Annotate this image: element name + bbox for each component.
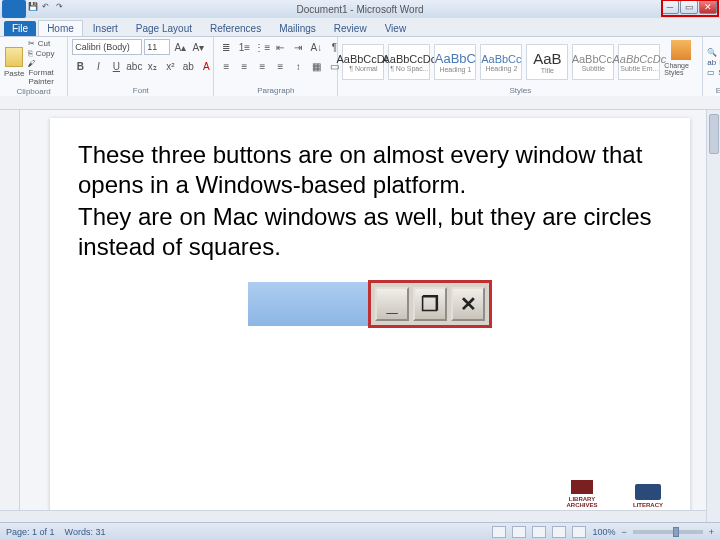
group-paragraph: ≣ 1≡ ⋮≡ ⇤ ⇥ A↓ ¶ ≡ ≡ ≡ ≡ ↕ ▦ ▭	[214, 37, 338, 96]
select-button[interactable]: ▭ Select	[707, 68, 720, 77]
style-normal[interactable]: AaBbCcDc¶ Normal	[342, 44, 384, 80]
tab-references[interactable]: References	[202, 21, 269, 36]
format-painter-button[interactable]: 🖌 Format Painter	[28, 59, 63, 86]
style-title[interactable]: AaBTitle	[526, 44, 568, 80]
status-zoom[interactable]: 100%	[592, 527, 615, 537]
style-subtitle[interactable]: AaBbCc.Subtitle	[572, 44, 614, 80]
qat-undo-icon[interactable]: ↶	[42, 2, 52, 12]
zoom-slider-knob[interactable]	[673, 527, 679, 537]
strike-button[interactable]: abc	[126, 58, 142, 74]
style-name: Heading 2	[485, 65, 517, 72]
document-body[interactable]: These three buttons are on almost every …	[78, 140, 662, 262]
align-left-button[interactable]: ≡	[218, 58, 234, 74]
indent-dec-button[interactable]: ⇤	[272, 39, 288, 55]
style-sample: AaBbC	[435, 51, 476, 66]
style-sample: AaBbCcDc	[612, 53, 666, 65]
font-name-select[interactable]: Calibri (Body)	[72, 39, 142, 55]
zoom-in-button[interactable]: +	[709, 527, 714, 537]
group-editing: 🔍 Find ab Replace ▭ Select Editing	[703, 37, 720, 96]
ribbon: File Home Insert Page Layout References …	[0, 18, 720, 96]
paragraph-2[interactable]: They are on Mac windows as well, but the…	[78, 202, 662, 262]
logo-library-archives: LIBRARY ARCHIVES	[558, 468, 606, 508]
style-name: ¶ No Spac...	[390, 65, 428, 72]
paragraph-1[interactable]: These three buttons are on almost every …	[78, 140, 662, 200]
shrink-font-button[interactable]: A▾	[190, 39, 206, 55]
subscript-button[interactable]: x₂	[144, 58, 160, 74]
style-heading1[interactable]: AaBbCHeading 1	[434, 44, 476, 80]
bold-button[interactable]: B	[72, 58, 88, 74]
tab-mailings[interactable]: Mailings	[271, 21, 324, 36]
window-controls: ─ ▭ ✕	[660, 0, 717, 14]
change-styles-button[interactable]: Change Styles	[664, 40, 698, 84]
illustration-minimize-icon: _	[375, 287, 409, 321]
indent-inc-button[interactable]: ⇥	[290, 39, 306, 55]
view-outline-button[interactable]	[552, 526, 566, 538]
status-page[interactable]: Page: 1 of 1	[6, 527, 55, 537]
zoom-out-button[interactable]: −	[621, 527, 626, 537]
group-font-label: Font	[72, 85, 209, 96]
style-subtleem[interactable]: AaBbCcDcSubtle Em...	[618, 44, 660, 80]
style-heading2[interactable]: AaBbCcHeading 2	[480, 44, 522, 80]
view-draft-button[interactable]	[572, 526, 586, 538]
multilevel-button[interactable]: ⋮≡	[254, 39, 270, 55]
illustration-close-icon: ✕	[451, 287, 485, 321]
horizontal-scrollbar[interactable]	[0, 510, 706, 522]
horizontal-ruler[interactable]	[0, 96, 720, 110]
replace-button[interactable]: ab Replace	[707, 58, 720, 67]
close-button[interactable]: ✕	[699, 0, 717, 14]
logo-shape-icon	[635, 484, 661, 500]
numbering-button[interactable]: 1≡	[236, 39, 252, 55]
vertical-scrollbar[interactable]	[706, 110, 720, 522]
font-color-button[interactable]: A	[198, 58, 214, 74]
illustration-window-controls: _ ❐ ✕	[368, 280, 492, 328]
view-fullscreen-button[interactable]	[512, 526, 526, 538]
highlight-color-button[interactable]: ab	[180, 58, 196, 74]
change-styles-icon	[671, 40, 691, 60]
bullets-button[interactable]: ≣	[218, 39, 234, 55]
view-web-button[interactable]	[532, 526, 546, 538]
font-size-select[interactable]: 11	[144, 39, 170, 55]
align-center-button[interactable]: ≡	[236, 58, 252, 74]
sort-button[interactable]: A↓	[308, 39, 324, 55]
justify-button[interactable]: ≡	[272, 58, 288, 74]
tab-home[interactable]: Home	[38, 20, 83, 36]
qat-save-icon[interactable]: 💾	[28, 2, 38, 12]
cut-button[interactable]: ✂ Cut	[28, 39, 63, 48]
tab-file[interactable]: File	[4, 21, 36, 36]
scrollbar-thumb[interactable]	[709, 114, 719, 154]
grow-font-button[interactable]: A▴	[172, 39, 188, 55]
status-words[interactable]: Words: 31	[65, 527, 106, 537]
shading-button[interactable]: ▦	[308, 58, 324, 74]
group-clipboard: Paste ✂ Cut ⎘ Copy 🖌 Format Painter Clip…	[0, 37, 68, 96]
tab-review[interactable]: Review	[326, 21, 375, 36]
zoom-slider[interactable]	[633, 530, 703, 534]
paste-button[interactable]: Paste	[4, 41, 24, 85]
status-bar: Page: 1 of 1 Words: 31 100% − +	[0, 522, 720, 540]
qat-redo-icon[interactable]: ↷	[56, 2, 66, 12]
document-page[interactable]: These three buttons are on almost every …	[50, 118, 690, 516]
tab-insert[interactable]: Insert	[85, 21, 126, 36]
style-nospacing[interactable]: AaBbCcDc¶ No Spac...	[388, 44, 430, 80]
minimize-button[interactable]: ─	[661, 0, 679, 14]
tab-page-layout[interactable]: Page Layout	[128, 21, 200, 36]
style-name: Subtle Em...	[620, 65, 658, 72]
office-button[interactable]	[2, 0, 26, 18]
tab-view[interactable]: View	[377, 21, 415, 36]
vertical-ruler[interactable]	[0, 110, 20, 522]
illustration-titlebar	[248, 282, 368, 326]
style-name: Heading 1	[439, 66, 471, 73]
maximize-button[interactable]: ▭	[680, 0, 698, 14]
style-sample: AaBbCc.	[572, 53, 615, 65]
find-button[interactable]: 🔍 Find	[707, 48, 720, 57]
align-right-button[interactable]: ≡	[254, 58, 270, 74]
painter-label: Format Painter	[28, 68, 53, 86]
group-font: Calibri (Body) 11 A▴ A▾ B I U abc x₂ x² …	[68, 37, 214, 96]
view-print-layout-button[interactable]	[492, 526, 506, 538]
italic-button[interactable]: I	[90, 58, 106, 74]
underline-button[interactable]: U	[108, 58, 124, 74]
copy-label: Copy	[36, 49, 55, 58]
superscript-button[interactable]: x²	[162, 58, 178, 74]
title-bar: 💾 ↶ ↷ Document1 - Microsoft Word ─ ▭ ✕	[0, 0, 720, 18]
line-spacing-button[interactable]: ↕	[290, 58, 306, 74]
copy-button[interactable]: ⎘ Copy	[28, 49, 63, 58]
